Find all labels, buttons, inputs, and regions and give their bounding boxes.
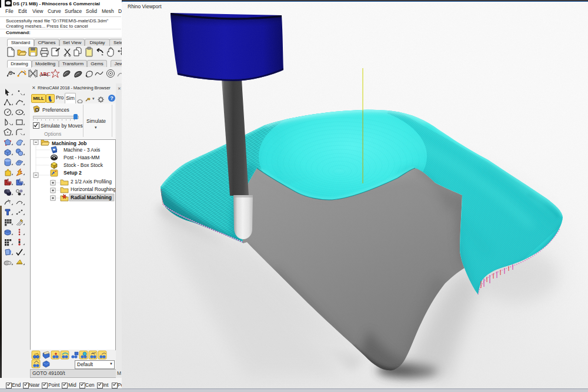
svg-text:ABC: ABC — [39, 71, 51, 77]
svg-text:Horizontal Roughing: Horizontal Roughing — [71, 186, 115, 192]
svg-text:Stock - Box Stock: Stock - Box Stock — [64, 162, 103, 168]
svg-text:Post - Haas-MM: Post - Haas-MM — [64, 155, 99, 160]
svg-text:Machining Job: Machining Job — [52, 140, 87, 146]
svg-text:S: S — [9, 71, 12, 75]
svg-text:Machine - 3 Axis: Machine - 3 Axis — [64, 147, 100, 153]
svg-text:Radial Machining: Radial Machining — [71, 195, 112, 200]
svg-text:2 1/2 Axis Profiling: 2 1/2 Axis Profiling — [71, 179, 112, 185]
svg-text:Setup 2: Setup 2 — [64, 170, 82, 176]
